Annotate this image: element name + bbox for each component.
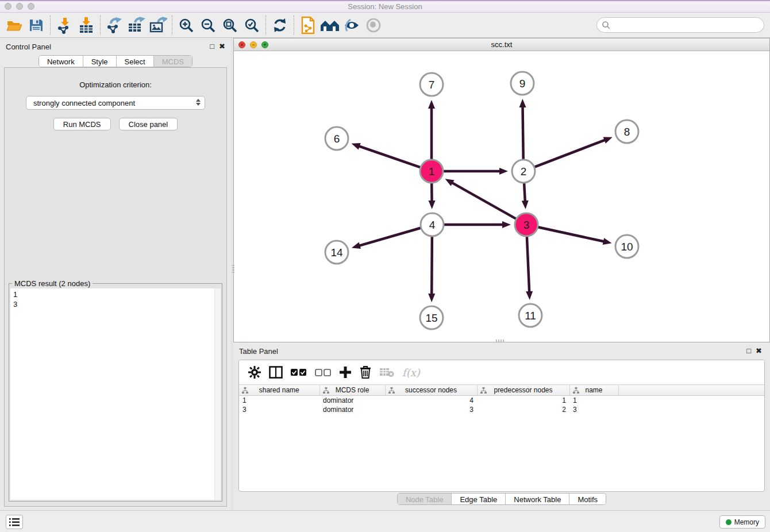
zoom-fit-button[interactable] <box>219 15 241 36</box>
zoom-in-button[interactable] <box>175 15 197 36</box>
delete-column-button[interactable] <box>360 364 371 381</box>
select-all-button[interactable] <box>291 364 307 381</box>
memory-button[interactable]: Memory <box>719 515 765 529</box>
tab-node-table[interactable]: Node Table <box>398 494 452 504</box>
add-column-button[interactable] <box>339 364 352 381</box>
graph-edge-2-3[interactable] <box>524 182 525 202</box>
hide-selected-button[interactable] <box>341 15 363 36</box>
table-cell[interactable]: 2 <box>477 405 569 414</box>
graph-node-11[interactable]: 11 <box>519 304 542 327</box>
graph-edge-arrowhead <box>519 99 526 107</box>
hierarchy-icon <box>388 387 395 394</box>
close-panel-button[interactable]: Close panel <box>119 118 178 130</box>
graph-edge-1-6[interactable] <box>359 146 422 168</box>
close-panel-icon[interactable]: ✖ <box>219 42 225 51</box>
save-session-button[interactable] <box>25 15 47 36</box>
graph-edge-4-15[interactable] <box>432 235 432 295</box>
graph-node-10[interactable]: 10 <box>615 235 638 258</box>
open-session-button[interactable] <box>3 15 25 36</box>
export-image-button[interactable] <box>147 15 169 36</box>
import-network-button[interactable] <box>53 15 75 36</box>
table-panel: Table Panel □ ✖ <box>233 342 770 510</box>
tab-mcds[interactable]: MCDS <box>154 56 192 67</box>
graph-node-15[interactable]: 15 <box>420 306 443 329</box>
graph-node-label: 10 <box>621 241 633 253</box>
graph-edge-3-10[interactable] <box>537 227 605 242</box>
table-cell[interactable]: 3 <box>385 405 477 414</box>
float-panel-icon[interactable]: □ <box>210 42 214 51</box>
graph-edge-3-11[interactable] <box>527 235 529 292</box>
graph-edge-arrowhead <box>429 201 436 209</box>
graph-edge-3-1[interactable] <box>452 183 517 220</box>
result-scrollbar[interactable] <box>214 288 221 500</box>
graph-node-14[interactable]: 14 <box>325 241 348 264</box>
export-table-button[interactable] <box>125 15 147 36</box>
close-table-panel-icon[interactable]: ✖ <box>756 346 762 355</box>
zoom-out-icon <box>200 17 216 33</box>
graph-node-2[interactable]: 2 <box>512 160 535 183</box>
network-canvas[interactable]: 7968124314101511 <box>234 51 769 342</box>
new-network-from-selection-button[interactable] <box>297 15 319 36</box>
graph-node-8[interactable]: 8 <box>615 120 638 143</box>
table-cell[interactable]: 3 <box>569 405 618 414</box>
table-row[interactable]: 3dominator323 <box>239 405 765 414</box>
settings-gear-button[interactable] <box>248 364 261 381</box>
graph-node-1[interactable]: 1 <box>420 160 443 183</box>
memory-label: Memory <box>734 518 759 526</box>
import-table-button[interactable] <box>75 15 97 36</box>
graph-node-label: 14 <box>330 246 343 259</box>
column-header-shared-name[interactable]: shared name <box>239 385 319 396</box>
column-header-name[interactable]: name <box>569 385 618 396</box>
refresh-layout-button[interactable] <box>269 15 291 36</box>
graph-node-9[interactable]: 9 <box>511 72 534 95</box>
tab-select[interactable]: Select <box>117 56 154 67</box>
run-mcds-button[interactable]: Run MCDS <box>53 118 111 130</box>
graph-node-3[interactable]: 3 <box>515 213 538 236</box>
mcds-result-list[interactable]: 13 <box>10 288 221 500</box>
column-header-successor-nodes[interactable]: successor nodes <box>385 385 477 396</box>
tab-network-table[interactable]: Network Table <box>506 494 569 504</box>
table-row[interactable]: 1dominator411 <box>239 396 765 405</box>
graph-edge-2-8[interactable] <box>533 140 606 167</box>
show-panels-button[interactable] <box>6 515 23 529</box>
show-all-button[interactable] <box>363 15 384 36</box>
table-cell[interactable]: 1 <box>239 396 319 405</box>
graph-node-4[interactable]: 4 <box>421 213 444 236</box>
tab-edge-table[interactable]: Edge Table <box>452 494 506 504</box>
graph-edge-2-9[interactable] <box>523 106 523 161</box>
float-table-panel-icon[interactable]: □ <box>746 346 751 355</box>
function-builder-button[interactable]: f(x) <box>402 364 420 381</box>
delete-table-button[interactable] <box>379 364 394 381</box>
table-cell[interactable]: 4 <box>385 396 477 405</box>
graph-node-6[interactable]: 6 <box>325 127 348 150</box>
column-header-MCDS-role[interactable]: MCDS role <box>319 385 385 396</box>
zoom-out-button[interactable] <box>197 15 219 36</box>
graph-edge-4-14[interactable] <box>359 228 422 246</box>
search-input[interactable] <box>611 21 764 29</box>
table-cell[interactable]: 1 <box>569 396 618 405</box>
column-selector-button[interactable] <box>269 364 283 381</box>
graph-node-7[interactable]: 7 <box>420 73 443 96</box>
tab-network[interactable]: Network <box>39 56 83 67</box>
optimization-criterion-select[interactable]: strongly connected component <box>26 96 205 110</box>
table-cell-filler <box>618 396 765 405</box>
table-cell[interactable]: dominator <box>319 405 385 414</box>
optimization-criterion-value: strongly connected component <box>33 99 135 107</box>
tab-motifs[interactable]: Motifs <box>569 494 606 504</box>
network-graph[interactable]: 7968124314101511 <box>234 51 769 342</box>
graph-node-label: 9 <box>519 78 526 90</box>
column-header-predecessor-nodes[interactable]: predecessor nodes <box>477 385 569 396</box>
main-toolbar <box>0 13 770 38</box>
graph-edge-arrowhead <box>428 294 435 302</box>
table-cell[interactable]: 3 <box>239 405 319 414</box>
column-header-label: MCDS role <box>336 386 369 394</box>
first-neighbors-button[interactable] <box>319 15 341 36</box>
splitter-grip-horizontal[interactable] <box>496 340 505 342</box>
table-cell[interactable]: dominator <box>319 396 385 405</box>
export-network-button[interactable] <box>103 15 125 36</box>
deselect-all-button[interactable] <box>315 364 331 381</box>
zoom-selected-button[interactable] <box>241 15 263 36</box>
tab-style[interactable]: Style <box>83 56 117 67</box>
splitter-grip-vertical[interactable] <box>232 265 234 274</box>
table-cell[interactable]: 1 <box>477 396 569 405</box>
